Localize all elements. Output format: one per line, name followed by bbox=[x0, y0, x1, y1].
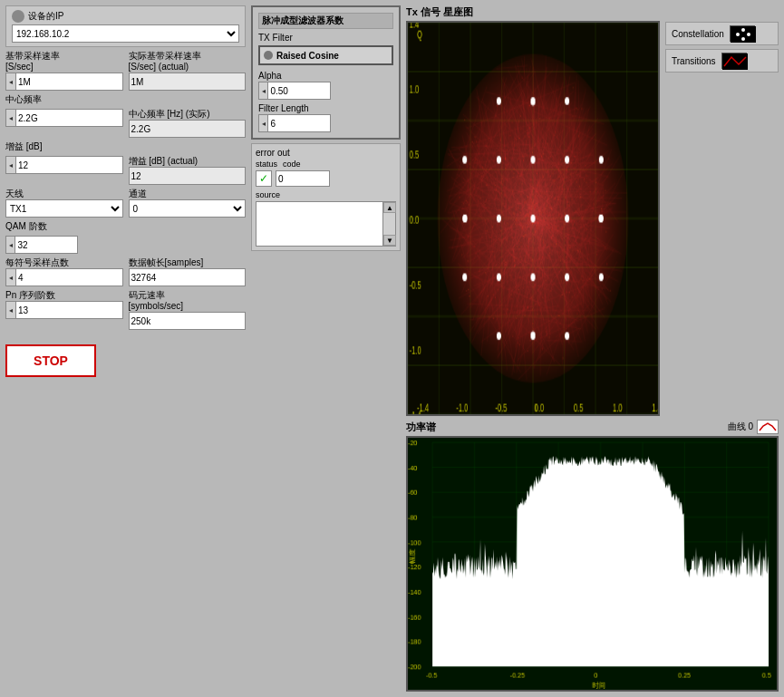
svg-point-1 bbox=[736, 33, 740, 36]
scroll-up[interactable]: ▲ bbox=[383, 202, 396, 213]
sps-input[interactable]: ◂ bbox=[5, 268, 123, 286]
gain-input[interactable]: ◂ bbox=[5, 156, 123, 174]
qam-spinner[interactable]: ◂ bbox=[6, 237, 15, 253]
power-chart bbox=[406, 436, 779, 692]
actual-rate-field bbox=[130, 73, 246, 90]
constellation-legend[interactable]: Constellation bbox=[665, 22, 779, 45]
constellation-chart bbox=[406, 21, 660, 416]
constellation-title: Tx 信号 星座图 bbox=[406, 5, 660, 19]
code-value: 0 bbox=[278, 174, 284, 184]
scroll-down[interactable]: ▼ bbox=[383, 235, 396, 246]
filter-section: 脉冲成型滤波器系数 TX Filter Raised Cosine Alpha … bbox=[251, 5, 401, 140]
symbol-rate-label: 码元速率 [symbols/sec] bbox=[129, 290, 247, 312]
alpha-input[interactable]: ◂ bbox=[258, 82, 331, 100]
data-len-field[interactable] bbox=[130, 269, 246, 286]
sps-field[interactable] bbox=[16, 269, 121, 286]
actual-rate-label: 实际基带采样速率 [S/sec] (actual) bbox=[129, 51, 247, 73]
power-title: 功率谱 bbox=[406, 421, 436, 434]
source-label: source bbox=[256, 190, 396, 199]
center-freq-spinner[interactable]: ◂ bbox=[6, 110, 16, 126]
ip-section: 设备的IP 192.168.10.2 bbox=[5, 5, 246, 47]
filter-length-label: Filter Length bbox=[258, 103, 393, 114]
status-indicator: ✓ bbox=[256, 170, 272, 187]
transitions-legend-label: Transitions bbox=[672, 56, 716, 66]
channel-label: 通道 bbox=[129, 189, 247, 199]
channel-dropdown[interactable]: 0 bbox=[129, 199, 247, 218]
transitions-legend[interactable]: Transitions bbox=[665, 49, 779, 73]
filter-dot bbox=[264, 51, 273, 60]
center-freq-label: 中心频率 bbox=[5, 94, 246, 105]
sample-rate-spinner[interactable]: ◂ bbox=[6, 73, 16, 90]
svg-point-2 bbox=[747, 33, 750, 36]
ip-select[interactable]: 192.168.10.2 bbox=[13, 25, 238, 42]
gain-actual-input bbox=[129, 167, 247, 185]
code-label: code bbox=[283, 160, 301, 169]
sps-spinner[interactable]: ◂ bbox=[6, 269, 16, 286]
ip-dropdown[interactable]: 192.168.10.2 bbox=[12, 24, 239, 43]
filter-length-field[interactable] bbox=[268, 115, 330, 131]
pn-spinner[interactable]: ◂ bbox=[6, 302, 16, 318]
gain-field[interactable] bbox=[16, 157, 121, 173]
constellation-legend-label: Constellation bbox=[672, 29, 724, 39]
filter-type-dropdown[interactable]: Raised Cosine bbox=[258, 45, 393, 65]
gain-label: 增益 [dB] bbox=[5, 141, 246, 152]
alpha-label: Alpha bbox=[258, 71, 393, 82]
svg-point-3 bbox=[741, 28, 745, 32]
curve-label: 曲线 0 bbox=[728, 421, 753, 433]
stop-button[interactable]: STOP bbox=[5, 344, 96, 377]
network-icon bbox=[12, 10, 24, 23]
symbol-rate-input[interactable] bbox=[129, 312, 247, 330]
status-label: status bbox=[256, 160, 277, 169]
center-freq-field[interactable] bbox=[16, 110, 121, 126]
gain-spinner[interactable]: ◂ bbox=[6, 157, 16, 173]
alpha-field[interactable] bbox=[268, 82, 330, 99]
antenna-dropdown[interactable]: TX1 bbox=[5, 199, 123, 218]
sample-rate-label: 基带采样速率 [S/sec] bbox=[5, 51, 123, 73]
qam-input[interactable]: ◂ bbox=[5, 236, 78, 254]
actual-rate-input bbox=[129, 73, 247, 91]
antenna-label: 天线 bbox=[5, 189, 123, 199]
center-freq-actual-field bbox=[130, 121, 246, 137]
pn-label: Pn 序列阶数 bbox=[5, 290, 123, 301]
svg-point-4 bbox=[741, 37, 745, 41]
data-len-label: 数据帧长[samples] bbox=[129, 257, 247, 268]
ip-label-text: 设备的IP bbox=[28, 10, 63, 23]
filter-title: 脉冲成型滤波器系数 bbox=[258, 13, 393, 29]
sample-rate-field[interactable] bbox=[16, 73, 121, 90]
center-freq-actual-label: 中心频率 [Hz] (实际) bbox=[129, 109, 247, 120]
tx-filter-label: TX Filter bbox=[258, 33, 393, 43]
pn-field[interactable] bbox=[16, 302, 121, 318]
constellation-preview bbox=[730, 25, 755, 42]
filter-type-value: Raised Cosine bbox=[276, 51, 339, 61]
transitions-preview bbox=[721, 53, 747, 69]
qam-field[interactable] bbox=[15, 237, 77, 253]
gain-actual-label: 增益 [dB] (actual) bbox=[129, 156, 247, 167]
source-scrollbar[interactable]: ▲ ▼ bbox=[382, 202, 395, 246]
channel-select[interactable]: 0 bbox=[130, 200, 246, 217]
qam-label: QAM 阶数 bbox=[5, 221, 246, 232]
symbol-rate-field[interactable] bbox=[130, 313, 246, 329]
check-icon: ✓ bbox=[259, 172, 268, 185]
sps-label: 每符号采样点数 bbox=[5, 257, 123, 268]
filter-length-spinner[interactable]: ◂ bbox=[259, 115, 268, 131]
curve-icon[interactable] bbox=[757, 420, 779, 434]
antenna-select[interactable]: TX1 bbox=[6, 200, 122, 217]
error-out-title: error out bbox=[256, 148, 396, 158]
center-freq-actual-input bbox=[129, 120, 247, 138]
error-out-section: error out status code ✓ 0 source ▲ ▼ bbox=[251, 143, 401, 251]
gain-actual-field bbox=[130, 168, 246, 184]
alpha-spinner[interactable]: ◂ bbox=[259, 82, 268, 99]
pn-input[interactable]: ◂ bbox=[5, 301, 123, 319]
source-field: ▲ ▼ bbox=[256, 201, 396, 247]
filter-length-input[interactable]: ◂ bbox=[258, 114, 331, 132]
center-freq-input[interactable]: ◂ bbox=[5, 109, 123, 127]
data-len-input[interactable] bbox=[129, 268, 247, 286]
code-field: 0 bbox=[276, 170, 330, 187]
sample-rate-input[interactable]: ◂ bbox=[5, 73, 123, 91]
